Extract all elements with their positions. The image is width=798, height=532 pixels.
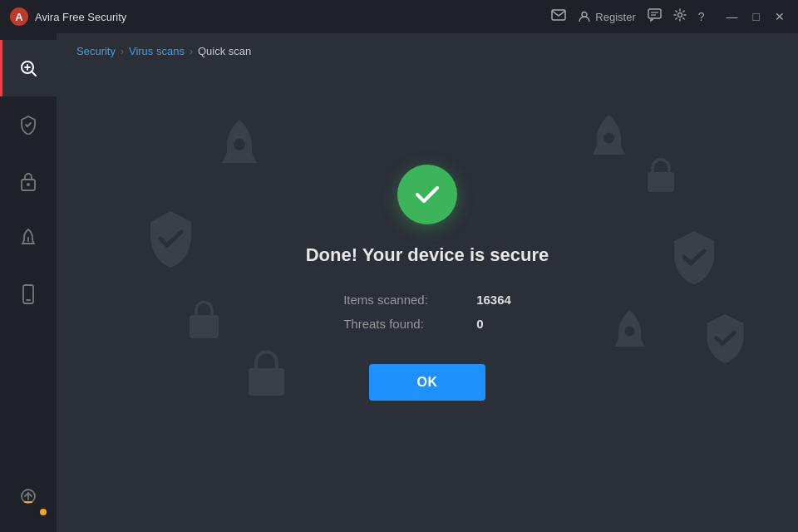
items-scanned-value: 16364 [476,293,511,307]
svg-point-13 [27,183,30,186]
app-title: Avira Free Security [35,11,551,23]
breadcrumb-security[interactable]: Security [76,45,116,57]
svg-rect-24 [648,172,674,192]
maximize-button[interactable]: □ [750,8,763,25]
items-scanned-label: Items scanned: [343,293,476,307]
sidebar-item-scan[interactable] [0,40,57,96]
main-content: Security › Virus scans › Quick scan [57,33,798,532]
svg-line-9 [32,71,36,76]
svg-point-25 [625,327,635,337]
svg-rect-22 [249,368,284,396]
chat-icon[interactable] [648,8,662,25]
window-controls: — □ ✕ [723,8,788,25]
scan-stats: Items scanned: 16364 Threats found: 0 [343,293,511,331]
mail-icon[interactable] [551,9,566,24]
svg-point-23 [603,133,614,144]
threats-found-value: 0 [476,317,483,331]
success-circle [397,165,457,224]
close-button[interactable]: ✕ [771,8,788,25]
titlebar: A Avira Free Security Register [0,0,798,33]
breadcrumb-virusscans[interactable]: Virus scans [129,45,185,57]
breadcrumb: Security › Virus scans › Quick scan [57,33,798,66]
help-icon[interactable]: ? [698,10,705,23]
titlebar-actions: Register ? — □ ✕ [551,8,788,25]
breadcrumb-quickscan: Quick scan [198,45,251,57]
svg-text:A: A [15,11,23,23]
sidebar-item-mobile[interactable] [0,266,57,323]
app-logo: A [10,7,28,26]
register-label: Register [595,11,635,23]
breadcrumb-sep-2: › [190,46,193,57]
app-body: Security › Virus scans › Quick scan [0,33,798,532]
svg-point-7 [677,13,682,17]
update-badge [38,507,48,517]
done-message: Done! Your device is secure [306,244,549,266]
sidebar-item-protection[interactable] [0,96,57,153]
items-scanned-row: Items scanned: 16364 [343,293,511,307]
breadcrumb-sep-1: › [121,46,124,57]
sidebar-item-privacy[interactable] [0,153,57,209]
svg-rect-4 [648,9,661,18]
register-button[interactable]: Register [578,10,635,23]
svg-rect-21 [190,315,219,338]
threats-found-row: Threats found: 0 [343,317,511,331]
sidebar-item-update[interactable] [0,469,57,525]
svg-rect-2 [552,10,565,20]
sidebar [0,33,57,532]
scan-result-area: Done! Your device is secure Items scanne… [57,66,798,532]
ok-button[interactable]: OK [369,364,485,401]
threats-found-label: Threats found: [343,317,476,331]
minimize-button[interactable]: — [723,8,741,25]
svg-point-20 [234,139,245,150]
settings-icon[interactable] [673,8,687,25]
sidebar-item-performance[interactable] [0,209,57,266]
